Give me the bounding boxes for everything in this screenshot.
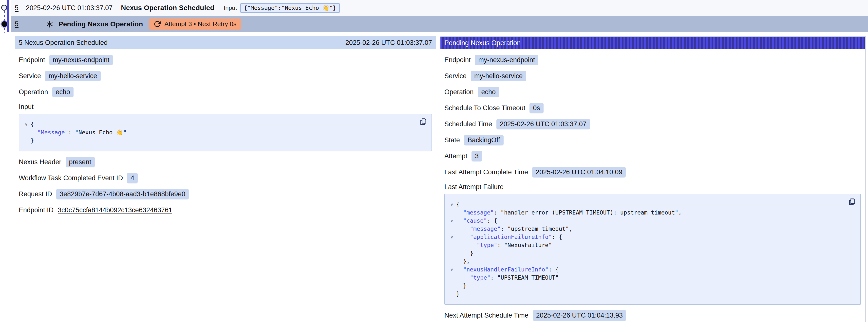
field-value: 0s — [529, 103, 544, 114]
retry-icon — [154, 21, 161, 28]
field-value: 2025-02-26 UTC 01:03:37.07 — [496, 119, 590, 129]
json-collapse-chevron-icon[interactable]: ∨ — [447, 233, 456, 241]
json-code-text: } — [456, 290, 460, 298]
copy-button[interactable] — [847, 197, 857, 207]
pending-title: Pending Nexus Operation — [59, 20, 143, 28]
field-label: Schedule To Close Timeout — [444, 104, 525, 112]
timeline-node-circle-icon[interactable] — [1, 5, 7, 10]
timeline-node-dot-icon[interactable] — [1, 21, 7, 27]
detail-field-row: Operation echo — [15, 87, 436, 97]
field-label: Service — [19, 72, 41, 80]
field-label: Nexus Header — [19, 158, 61, 166]
field-value: echo — [478, 87, 499, 97]
scheduled-fields-top: Endpoint my-nexus-endpoint Service my-he… — [15, 55, 436, 97]
json-code-text: "message": "upstream timeout", — [456, 225, 572, 233]
field-value: 3e829b7e-7d67-4b08-aad3-b1e868bfe9e0 — [56, 189, 189, 199]
failure-json-lines: ∨{ "message": "handler error (UPSTREAM_T… — [447, 200, 845, 298]
json-code-text: "cause": { — [456, 217, 497, 225]
pending-panel-title: Pending Nexus Operation — [444, 39, 521, 47]
scheduled-fields-bottom: Nexus Header present Workflow Task Compl… — [15, 157, 436, 216]
retry-text: Attempt 3 • Next Retry 0s — [164, 20, 236, 28]
json-line: ∨ "applicationFailureInfo": { — [447, 233, 845, 241]
json-line: ∨{ — [22, 120, 417, 128]
failure-section-label: Last Attempt Failure — [444, 183, 861, 191]
json-line: ∨ "cause": { — [447, 217, 845, 225]
event-input-label: Input — [224, 4, 237, 11]
field-label: Operation — [444, 88, 474, 96]
scheduled-panel-header: 5 Nexus Operation Scheduled 2025-02-26 U… — [15, 36, 436, 49]
pending-fields-bottom: Next Attempt Schedule Time 2025-02-26 UT… — [440, 310, 865, 321]
event-row-scheduled[interactable]: 5 2025-02-26 UTC 01:03:37.07 Nexus Opera… — [11, 0, 868, 16]
json-code-text: } — [456, 282, 467, 290]
json-code-text: "nexusHandlerFailureInfo": { — [456, 265, 559, 274]
field-value-link[interactable]: 3c0c75ccfa8144b092c13ce632463761 — [58, 206, 172, 214]
pending-event-id-link[interactable]: 5 — [15, 20, 19, 28]
field-label: Attempt — [444, 152, 467, 160]
field-label: Last Attempt Complete Time — [444, 168, 528, 176]
detail-field-row: Workflow Task Completed Event ID 4 — [15, 172, 436, 184]
detail-field-row: Service my-hello-service — [15, 70, 436, 82]
input-section-label: Input — [19, 103, 432, 111]
pending-operation-panel: Pending Nexus Operation Endpoint my-nexu… — [440, 36, 866, 322]
json-code-text: "type": "UPSTREAM_TIMEOUT" — [456, 274, 559, 282]
field-label: Operation — [19, 88, 48, 96]
field-value: 4 — [127, 173, 138, 184]
detail-field-row: Service my-hello-service — [440, 70, 865, 82]
field-label: Endpoint ID — [19, 206, 54, 214]
detail-field-row: Endpoint ID 3c0c75ccfa8144b092c13ce63246… — [15, 205, 436, 216]
json-line: } — [447, 282, 845, 290]
event-timestamp: 2025-02-26 UTC 01:03:37.07 — [26, 4, 113, 12]
json-line: "Message": "Nexus Echo 👋" — [22, 128, 417, 137]
field-value: my-hello-service — [45, 71, 101, 82]
field-value: 2025-02-26 UTC 01:04:13.93 — [533, 310, 626, 321]
detail-field-row: Scheduled Time 2025-02-26 UTC 01:03:37.0… — [440, 119, 865, 129]
field-value: 3 — [471, 151, 482, 161]
detail-field-row: Next Attempt Schedule Time 2025-02-26 UT… — [440, 310, 865, 321]
field-value: my-hello-service — [471, 71, 526, 82]
event-row-pending[interactable]: 5 Pending Nexus Operation Attempt 3 • Ne… — [11, 16, 868, 32]
field-value: my-nexus-endpoint — [475, 55, 538, 65]
detail-field-row: Endpoint my-nexus-endpoint — [440, 55, 865, 65]
field-label: Scheduled Time — [444, 120, 492, 128]
copy-icon — [847, 197, 857, 206]
json-line: } — [447, 290, 845, 298]
pending-spinner-icon — [45, 20, 54, 28]
pending-fields-top: Endpoint my-nexus-endpoint Service my-he… — [440, 55, 865, 178]
field-value: present — [66, 157, 95, 167]
detail-field-row: Operation echo — [440, 87, 865, 97]
json-collapse-chevron-icon[interactable]: ∨ — [447, 200, 456, 208]
json-line: } — [22, 137, 417, 145]
json-code-text: "applicationFailureInfo": { — [456, 233, 562, 241]
json-code-text: { — [31, 120, 34, 128]
detail-field-row: Schedule To Close Timeout 0s — [440, 103, 865, 114]
event-title: Nexus Operation Scheduled — [121, 4, 214, 12]
field-label: Workflow Task Completed Event ID — [19, 174, 123, 182]
retry-status-badge: Attempt 3 • Next Retry 0s — [149, 19, 241, 30]
json-collapse-chevron-icon[interactable]: ∨ — [447, 265, 456, 274]
json-collapse-chevron-icon[interactable]: ∨ — [447, 217, 456, 225]
field-label: Service — [444, 72, 467, 80]
scheduled-panel-title: 5 Nexus Operation Scheduled — [19, 39, 107, 46]
event-history-screen: 5 2025-02-26 UTC 01:03:37.07 Nexus Opera… — [0, 0, 868, 322]
json-line: "message": "handler error (UPSTREAM_TIME… — [447, 208, 845, 217]
json-code-text: "type": "NexusFailure" — [456, 241, 552, 249]
json-line: ∨{ — [447, 200, 845, 208]
json-code-text: "Message": "Nexus Echo 👋" — [31, 128, 127, 137]
json-line: "message": "upstream timeout", — [447, 225, 845, 233]
input-json-lines: ∨{ "Message": "Nexus Echo 👋"} — [22, 120, 417, 145]
json-line: } — [447, 249, 845, 257]
input-json-block: ∨{ "Message": "Nexus Echo 👋"} — [19, 114, 432, 151]
detail-field-row: Attempt 3 — [440, 151, 865, 161]
json-collapse-chevron-icon[interactable]: ∨ — [22, 120, 31, 128]
event-id-link[interactable]: 5 — [15, 4, 19, 12]
field-value: my-nexus-endpoint — [49, 55, 113, 65]
copy-icon — [419, 117, 428, 126]
field-label: Request ID — [19, 190, 52, 198]
detail-field-row: State BackingOff — [440, 135, 865, 146]
json-code-text: { — [456, 200, 460, 208]
field-label: Next Attempt Schedule Time — [444, 312, 528, 319]
json-line: "type": "NexusFailure" — [447, 241, 845, 249]
json-code-text: } — [456, 249, 473, 257]
copy-button[interactable] — [419, 117, 428, 127]
field-value: 2025-02-26 UTC 01:04:10.09 — [532, 167, 626, 178]
